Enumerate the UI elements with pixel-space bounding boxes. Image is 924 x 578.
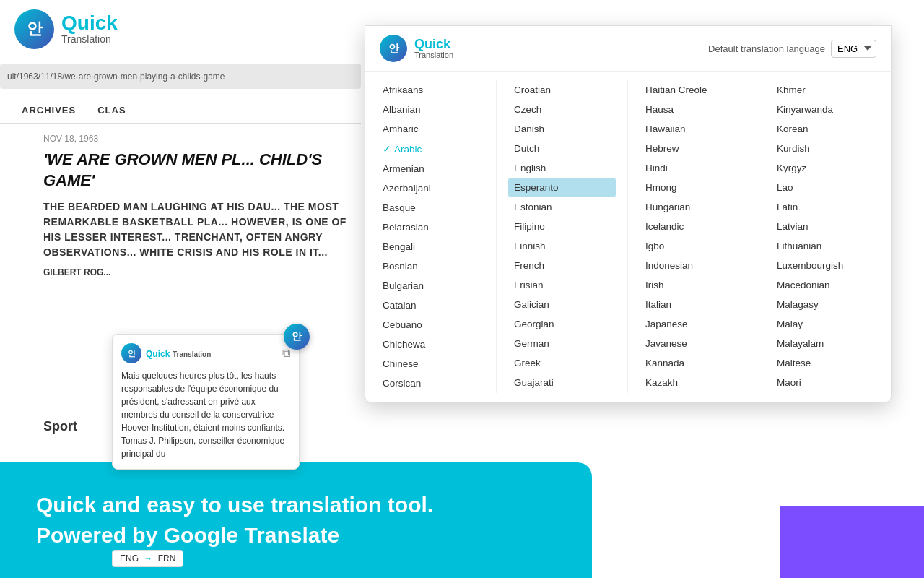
bg-nav: ARCHIVES CLAS [0,98,361,124]
lang-item[interactable]: Esperanto [508,178,616,197]
lang-col-4: KhmerKinyarwandaKoreanKurdishKyrgyzLaoLa… [759,80,891,393]
copy-icon[interactable]: ⧉ [282,347,290,360]
ext-logo: 안 Quick Translation [380,35,453,62]
lang-item[interactable]: Javanese [640,334,747,353]
lang-col-2: CroatianCzechDanishDutchEnglishEsperanto… [497,80,628,393]
lang-item[interactable]: Amharic [377,119,484,139]
lang-item[interactable]: English [508,158,616,178]
lang-select-dropdown[interactable]: ENG FRN SPN DEU [831,40,876,58]
lang-item[interactable]: Lao [771,178,879,197]
lang-item[interactable]: Malagasy [771,295,879,314]
nav-archives[interactable]: ARCHIVES [22,105,76,116]
lang-item[interactable]: Azerbaijani [377,178,484,198]
lang-item[interactable]: Khmer [771,80,879,100]
lang-item[interactable]: Macedonian [771,275,879,295]
popup-logo-text: Quick Translation [146,348,211,359]
lang-item[interactable]: Latvian [771,217,879,236]
lang-item[interactable]: Albanian [377,100,484,119]
popup-header: 안 Quick Translation ⧉ [121,343,290,363]
lang-item[interactable]: Armenian [377,159,484,178]
lang-item[interactable]: Korean [771,119,879,139]
lang-item[interactable]: Hindi [640,158,747,178]
lang-item[interactable]: Malayalam [771,334,879,353]
lang-item[interactable]: Hebrew [640,139,747,158]
url-text: ult/1963/11/18/we-are-grown-men-playing-… [7,72,225,82]
default-lang-section: Default translation language ENG FRN SPN… [708,40,876,58]
popup-logo-icon: 안 [121,343,141,363]
lang-item[interactable]: German [508,334,616,353]
lang-item[interactable]: Malay [771,314,879,334]
article-body: THE BEARDED MAN LAUGHING AT HIS DAU... T… [43,199,354,260]
lang-item[interactable]: Hungarian [640,197,747,217]
lang-col-1: AfrikaansAlbanianAmharicArabicArmenianAz… [365,80,497,393]
lang-item[interactable]: Basque [377,198,484,217]
lang-item[interactable]: Chichewa [377,335,484,354]
lang-item[interactable]: Hmong [640,178,747,197]
lang-arrow: → [144,553,152,564]
lang-to: FRN [158,553,176,564]
lang-item[interactable]: Afrikaans [377,80,484,100]
bottom-banner: Quick and easy to use translation tool. … [0,462,592,578]
lang-item[interactable]: Hausa [640,100,747,119]
bg-logo-title: Quick [61,13,118,33]
lang-item[interactable]: Galician [508,295,616,314]
lang-item[interactable]: Dutch [508,139,616,158]
lang-item[interactable]: Kazakh [640,373,747,392]
lang-item[interactable]: Filipino [508,217,616,236]
lang-item[interactable]: Bengali [377,237,484,256]
lang-item[interactable]: Croatian [508,80,616,100]
lang-item[interactable]: Luxembourgish [771,256,879,275]
language-grid: AfrikaansAlbanianAmharicArabicArmenianAz… [365,72,891,402]
lang-item[interactable]: Georgian [508,314,616,334]
lang-item[interactable]: Chinese [377,354,484,374]
lang-item[interactable]: Icelandic [640,217,747,236]
banner-line2: Powered by Google Translate [36,520,556,551]
lang-item[interactable]: Bosnian [377,256,484,276]
lang-item[interactable]: Latin [771,197,879,217]
bg-header: 안 Quick Translation [0,0,361,58]
lang-item[interactable]: Catalan [377,296,484,315]
article-author: GILBERT ROG... [43,267,354,277]
lang-item[interactable]: Frisian [508,275,616,295]
lang-item[interactable]: Lithuanian [771,236,879,256]
purple-decoration [780,506,924,578]
lang-item[interactable]: Haitian Creole [640,80,747,100]
lang-item[interactable]: Igbo [640,236,747,256]
ext-logo-icon: 안 [380,35,407,62]
lang-item[interactable]: French [508,256,616,275]
lang-item[interactable]: Danish [508,119,616,139]
nav-clas[interactable]: CLAS [97,105,126,116]
lang-item[interactable]: Finnish [508,236,616,256]
lang-item[interactable]: Arabic [377,139,484,159]
lang-item[interactable]: Bulgarian [377,276,484,296]
translation-popup: 안 Quick Translation ⧉ Mais quelques heur… [112,334,300,470]
lang-item[interactable]: Greek [508,353,616,373]
ext-logo-sub: Translation [414,51,453,59]
article-date: NOV 18, 1963 [43,134,354,144]
lang-item[interactable]: Hawaiian [640,119,747,139]
lang-item[interactable]: Kurdish [771,139,879,158]
popup-translation-text: Mais quelques heures plus tôt, les hauts… [121,369,290,460]
bg-logo-subtitle: Translation [61,33,118,45]
lang-item[interactable]: Czech [508,100,616,119]
lang-item[interactable]: Irish [640,275,747,295]
lang-indicator: ENG → FRN [112,550,183,567]
lang-item[interactable]: Italian [640,295,747,314]
popup-logo: 안 Quick Translation [121,343,211,363]
lang-item[interactable]: Kyrgyz [771,158,879,178]
banner-text: Quick and easy to use translation tool. … [36,490,556,551]
lang-col-3: Haitian CreoleHausaHawaiianHebrewHindiHm… [628,80,759,393]
lang-item[interactable]: Cebuano [377,315,484,335]
lang-item[interactable]: Kannada [640,353,747,373]
lang-item[interactable]: Maltese [771,353,879,373]
lang-item[interactable]: Kinyarwanda [771,100,879,119]
extension-icon-page[interactable]: 안 [284,324,310,350]
lang-item[interactable]: Indonesian [640,256,747,275]
lang-item[interactable]: Corsican [377,374,484,393]
lang-item[interactable]: Belarasian [377,217,484,237]
lang-item[interactable]: Maori [771,373,879,392]
lang-item[interactable]: Guajarati [508,373,616,392]
url-bar[interactable]: ult/1963/11/18/we-are-grown-men-playing-… [0,64,361,89]
lang-item[interactable]: Estonian [508,197,616,217]
lang-item[interactable]: Japanese [640,314,747,334]
